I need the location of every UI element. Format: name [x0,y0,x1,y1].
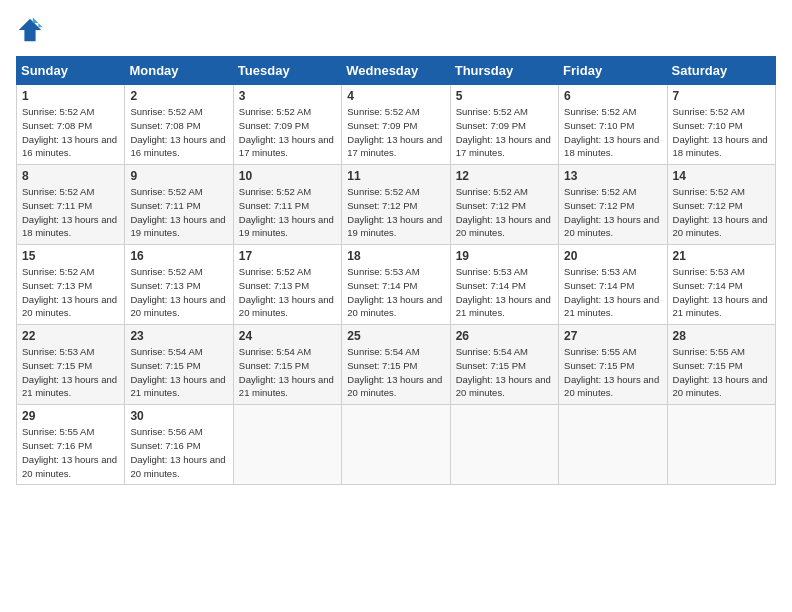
calendar-day-cell: 15 Sunrise: 5:52 AM Sunset: 7:13 PM Dayl… [17,245,125,325]
day-info: Sunrise: 5:52 AM Sunset: 7:09 PM Dayligh… [456,105,553,160]
calendar-day-cell: 27 Sunrise: 5:55 AM Sunset: 7:15 PM Dayl… [559,325,667,405]
day-of-week-header: Sunday [17,57,125,85]
day-number: 23 [130,329,227,343]
calendar-day-cell: 23 Sunrise: 5:54 AM Sunset: 7:15 PM Dayl… [125,325,233,405]
calendar-day-cell [450,405,558,485]
calendar-table: SundayMondayTuesdayWednesdayThursdayFrid… [16,56,776,485]
calendar-day-cell: 26 Sunrise: 5:54 AM Sunset: 7:15 PM Dayl… [450,325,558,405]
day-of-week-header: Wednesday [342,57,450,85]
day-number: 16 [130,249,227,263]
day-info: Sunrise: 5:53 AM Sunset: 7:14 PM Dayligh… [564,265,661,320]
day-number: 3 [239,89,336,103]
calendar-day-cell: 7 Sunrise: 5:52 AM Sunset: 7:10 PM Dayli… [667,85,775,165]
day-of-week-header: Friday [559,57,667,85]
calendar-day-cell: 5 Sunrise: 5:52 AM Sunset: 7:09 PM Dayli… [450,85,558,165]
calendar-week-row: 22 Sunrise: 5:53 AM Sunset: 7:15 PM Dayl… [17,325,776,405]
day-info: Sunrise: 5:54 AM Sunset: 7:15 PM Dayligh… [456,345,553,400]
calendar-week-row: 15 Sunrise: 5:52 AM Sunset: 7:13 PM Dayl… [17,245,776,325]
calendar-day-cell: 25 Sunrise: 5:54 AM Sunset: 7:15 PM Dayl… [342,325,450,405]
calendar-day-cell: 11 Sunrise: 5:52 AM Sunset: 7:12 PM Dayl… [342,165,450,245]
day-info: Sunrise: 5:55 AM Sunset: 7:15 PM Dayligh… [673,345,770,400]
calendar-day-cell: 28 Sunrise: 5:55 AM Sunset: 7:15 PM Dayl… [667,325,775,405]
calendar-day-cell: 14 Sunrise: 5:52 AM Sunset: 7:12 PM Dayl… [667,165,775,245]
calendar-day-cell: 3 Sunrise: 5:52 AM Sunset: 7:09 PM Dayli… [233,85,341,165]
calendar-day-cell: 1 Sunrise: 5:52 AM Sunset: 7:08 PM Dayli… [17,85,125,165]
calendar-day-cell [559,405,667,485]
day-number: 8 [22,169,119,183]
calendar-day-cell: 22 Sunrise: 5:53 AM Sunset: 7:15 PM Dayl… [17,325,125,405]
page-header [16,16,776,44]
day-info: Sunrise: 5:52 AM Sunset: 7:11 PM Dayligh… [130,185,227,240]
day-number: 30 [130,409,227,423]
day-number: 9 [130,169,227,183]
day-of-week-header: Tuesday [233,57,341,85]
calendar-day-cell: 2 Sunrise: 5:52 AM Sunset: 7:08 PM Dayli… [125,85,233,165]
day-number: 1 [22,89,119,103]
calendar-day-cell [342,405,450,485]
day-number: 17 [239,249,336,263]
day-info: Sunrise: 5:52 AM Sunset: 7:13 PM Dayligh… [130,265,227,320]
day-number: 6 [564,89,661,103]
logo [16,16,48,44]
calendar-week-row: 8 Sunrise: 5:52 AM Sunset: 7:11 PM Dayli… [17,165,776,245]
calendar-day-cell: 12 Sunrise: 5:52 AM Sunset: 7:12 PM Dayl… [450,165,558,245]
day-info: Sunrise: 5:52 AM Sunset: 7:10 PM Dayligh… [673,105,770,160]
day-number: 27 [564,329,661,343]
day-info: Sunrise: 5:52 AM Sunset: 7:11 PM Dayligh… [239,185,336,240]
calendar-day-cell: 29 Sunrise: 5:55 AM Sunset: 7:16 PM Dayl… [17,405,125,485]
calendar-day-cell: 8 Sunrise: 5:52 AM Sunset: 7:11 PM Dayli… [17,165,125,245]
calendar-day-cell: 6 Sunrise: 5:52 AM Sunset: 7:10 PM Dayli… [559,85,667,165]
day-info: Sunrise: 5:54 AM Sunset: 7:15 PM Dayligh… [239,345,336,400]
day-info: Sunrise: 5:52 AM Sunset: 7:13 PM Dayligh… [22,265,119,320]
day-number: 13 [564,169,661,183]
day-info: Sunrise: 5:52 AM Sunset: 7:12 PM Dayligh… [456,185,553,240]
calendar-week-row: 29 Sunrise: 5:55 AM Sunset: 7:16 PM Dayl… [17,405,776,485]
day-number: 12 [456,169,553,183]
day-number: 7 [673,89,770,103]
day-info: Sunrise: 5:52 AM Sunset: 7:12 PM Dayligh… [564,185,661,240]
day-number: 26 [456,329,553,343]
day-info: Sunrise: 5:54 AM Sunset: 7:15 PM Dayligh… [347,345,444,400]
day-info: Sunrise: 5:52 AM Sunset: 7:11 PM Dayligh… [22,185,119,240]
day-number: 21 [673,249,770,263]
calendar-day-cell: 21 Sunrise: 5:53 AM Sunset: 7:14 PM Dayl… [667,245,775,325]
calendar-day-cell [233,405,341,485]
calendar-week-row: 1 Sunrise: 5:52 AM Sunset: 7:08 PM Dayli… [17,85,776,165]
day-number: 25 [347,329,444,343]
calendar-header-row: SundayMondayTuesdayWednesdayThursdayFrid… [17,57,776,85]
day-info: Sunrise: 5:52 AM Sunset: 7:10 PM Dayligh… [564,105,661,160]
day-info: Sunrise: 5:52 AM Sunset: 7:09 PM Dayligh… [347,105,444,160]
calendar-day-cell [667,405,775,485]
calendar-day-cell: 4 Sunrise: 5:52 AM Sunset: 7:09 PM Dayli… [342,85,450,165]
calendar-day-cell: 30 Sunrise: 5:56 AM Sunset: 7:16 PM Dayl… [125,405,233,485]
day-info: Sunrise: 5:56 AM Sunset: 7:16 PM Dayligh… [130,425,227,480]
day-info: Sunrise: 5:53 AM Sunset: 7:14 PM Dayligh… [673,265,770,320]
calendar-day-cell: 16 Sunrise: 5:52 AM Sunset: 7:13 PM Dayl… [125,245,233,325]
day-info: Sunrise: 5:52 AM Sunset: 7:12 PM Dayligh… [673,185,770,240]
calendar-day-cell: 24 Sunrise: 5:54 AM Sunset: 7:15 PM Dayl… [233,325,341,405]
calendar-day-cell: 9 Sunrise: 5:52 AM Sunset: 7:11 PM Dayli… [125,165,233,245]
day-number: 20 [564,249,661,263]
svg-marker-0 [19,19,41,41]
day-info: Sunrise: 5:52 AM Sunset: 7:09 PM Dayligh… [239,105,336,160]
day-info: Sunrise: 5:55 AM Sunset: 7:15 PM Dayligh… [564,345,661,400]
day-of-week-header: Monday [125,57,233,85]
day-info: Sunrise: 5:52 AM Sunset: 7:13 PM Dayligh… [239,265,336,320]
day-info: Sunrise: 5:53 AM Sunset: 7:14 PM Dayligh… [456,265,553,320]
day-info: Sunrise: 5:52 AM Sunset: 7:12 PM Dayligh… [347,185,444,240]
day-number: 10 [239,169,336,183]
day-info: Sunrise: 5:55 AM Sunset: 7:16 PM Dayligh… [22,425,119,480]
calendar-day-cell: 19 Sunrise: 5:53 AM Sunset: 7:14 PM Dayl… [450,245,558,325]
day-number: 19 [456,249,553,263]
day-info: Sunrise: 5:52 AM Sunset: 7:08 PM Dayligh… [22,105,119,160]
calendar-day-cell: 10 Sunrise: 5:52 AM Sunset: 7:11 PM Dayl… [233,165,341,245]
day-number: 4 [347,89,444,103]
day-number: 15 [22,249,119,263]
calendar-day-cell: 18 Sunrise: 5:53 AM Sunset: 7:14 PM Dayl… [342,245,450,325]
calendar-day-cell: 20 Sunrise: 5:53 AM Sunset: 7:14 PM Dayl… [559,245,667,325]
day-number: 14 [673,169,770,183]
calendar-day-cell: 13 Sunrise: 5:52 AM Sunset: 7:12 PM Dayl… [559,165,667,245]
day-info: Sunrise: 5:52 AM Sunset: 7:08 PM Dayligh… [130,105,227,160]
day-number: 29 [22,409,119,423]
calendar-day-cell: 17 Sunrise: 5:52 AM Sunset: 7:13 PM Dayl… [233,245,341,325]
